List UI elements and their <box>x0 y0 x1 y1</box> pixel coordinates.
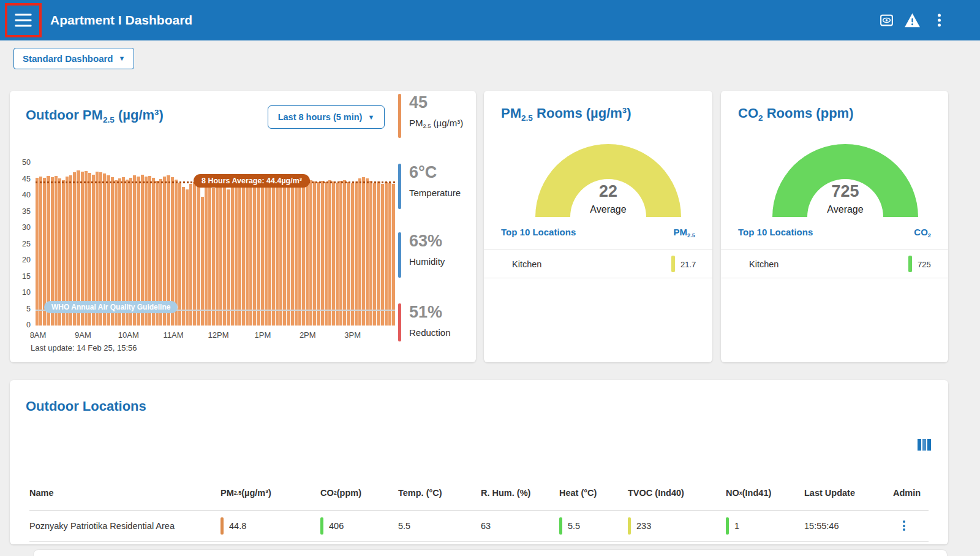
text-segment: (µg/m³) <box>241 488 271 498</box>
metric-label: PM2.5 <box>674 227 695 238</box>
text-segment: (µg/m³) <box>431 118 463 128</box>
table-cell: 15:55:46 <box>804 521 893 531</box>
room-name: Kitchen <box>749 259 778 269</box>
chart-bar <box>317 182 320 326</box>
chart-bar <box>347 182 350 326</box>
chart-bar <box>351 183 354 326</box>
chart-bar <box>265 182 268 326</box>
cell-text: Poznyaky Patriotika Residential Area <box>29 521 175 531</box>
cell-text: 406 <box>329 521 344 531</box>
time-range-dropdown[interactable]: Last 8 hours (5 min) ▼ <box>268 105 385 129</box>
outdoor-pm-card: Outdoor PM2.5 (µg/m³) Last 8 hours (5 mi… <box>10 91 476 362</box>
gauge-hole: 22 Average <box>570 179 646 217</box>
chart-bar <box>366 178 369 326</box>
text-segment: Heat (°C) <box>559 488 597 498</box>
table-cell: Poznyaky Patriotika Residential Area <box>29 521 221 531</box>
y-tick-label: 35 <box>10 207 31 216</box>
text-segment: 2.5 <box>521 113 533 123</box>
cell-color-bar <box>320 517 323 535</box>
table-cell: 5.5 <box>559 517 628 535</box>
x-tick-label: 2PM <box>300 330 316 340</box>
preview-icon[interactable] <box>879 13 894 28</box>
locations-table-body: Poznyaky Patriotika Residential Area44.8… <box>29 510 929 542</box>
cell-text: 44.8 <box>229 521 246 531</box>
column-header: Heat (°C) <box>559 488 628 498</box>
text-segment: (ppm) <box>337 488 361 498</box>
y-tick-label: 0 <box>10 321 31 329</box>
average-badge: 8 Hours Average: 44.4µg/m³ <box>194 174 310 188</box>
stat-block: 6°CTemperature <box>398 164 461 209</box>
column-header: PM2.5 (µg/m³) <box>221 488 320 498</box>
gauge-label: Average <box>807 204 883 215</box>
chart-bar <box>257 183 260 326</box>
text-segment: NO <box>726 488 739 498</box>
chart-bar <box>373 183 376 326</box>
table-cell: 63 <box>481 521 559 531</box>
chart-bar <box>309 180 312 326</box>
chart-bar <box>385 182 388 326</box>
text-segment: Name <box>29 488 54 498</box>
co2-rooms-list: Kitchen725 <box>721 249 948 278</box>
stat-label: Humidity <box>409 256 445 267</box>
chart-bar <box>268 181 271 326</box>
pm-rooms-card: PM2.5 Rooms (µg/m³) 22 Average Top 10 Lo… <box>484 91 712 362</box>
chart-bar <box>223 183 226 326</box>
cell-text: 1 <box>734 521 739 531</box>
chart-bar <box>235 186 238 326</box>
chart-bar <box>328 180 331 326</box>
y-tick-label: 20 <box>10 256 31 264</box>
x-tick-label: 10AM <box>118 330 139 340</box>
chart-bar <box>242 185 245 326</box>
cell-text: 5.5 <box>398 521 410 531</box>
chart-bar <box>298 182 301 326</box>
stat-block: 45PM2.5 (µg/m³) <box>398 94 463 138</box>
table-cell <box>893 519 929 533</box>
column-header: R. Hum. (%) <box>481 488 559 498</box>
y-tick-label: 15 <box>10 272 31 281</box>
x-tick-label: 1PM <box>255 330 271 340</box>
stat-color-bar <box>398 303 401 341</box>
warning-icon[interactable] <box>904 13 921 28</box>
column-header: CO2 (ppm) <box>320 488 398 498</box>
stat-color-bar <box>398 232 401 278</box>
next-card-edge <box>34 550 947 556</box>
table-row: Poznyaky Patriotika Residential Area44.8… <box>29 510 929 542</box>
text-segment: Last Update <box>804 488 855 498</box>
table-cell: 1 <box>726 517 804 535</box>
row-kebab-menu-icon[interactable] <box>903 519 905 533</box>
text-segment: CO <box>320 488 334 498</box>
x-tick-label: 11AM <box>164 330 184 340</box>
who-guideline-badge: WHO Annual Air Quality Guideline <box>44 301 178 313</box>
text-segment: TVOC (Ind40) <box>628 488 684 498</box>
last-update: Last update: 14 Feb 25, 15:56 <box>31 343 137 352</box>
cell-text: 15:55:46 <box>804 521 839 531</box>
outdoor-locations-title: Outdoor Locations <box>26 398 146 414</box>
stat-label: PM2.5 (µg/m³) <box>409 118 463 129</box>
cell-color-bar <box>559 517 562 535</box>
stat-label: Temperature <box>409 188 461 198</box>
column-header: NOx(Ind41) <box>726 488 804 498</box>
annotation-highlight-box <box>5 3 42 37</box>
kebab-menu-icon[interactable] <box>938 12 941 29</box>
chart-bar <box>388 183 391 326</box>
table-cell: 5.5 <box>398 521 481 531</box>
text-segment: 2.5 <box>234 490 242 496</box>
chart-bar <box>287 181 290 326</box>
chart-bar <box>227 189 230 326</box>
chart-bar <box>369 181 372 326</box>
column-header: Admin <box>893 488 929 498</box>
hamburger-menu-icon[interactable] <box>15 14 32 27</box>
room-value: 725 <box>918 259 931 268</box>
stat-value: 63% <box>409 232 445 251</box>
pm-rooms-title: PM2.5 Rooms (µg/m³) <box>501 105 631 123</box>
column-header: TVOC (Ind40) <box>628 488 726 498</box>
chart-bar <box>336 183 339 326</box>
chart-bar <box>377 181 380 326</box>
chevron-down-icon: ▼ <box>119 55 126 62</box>
chart-bar <box>231 184 234 326</box>
dashboard-selector[interactable]: Standard Dashboard ▼ <box>13 48 134 69</box>
text-segment: Rooms (ppm) <box>763 105 854 121</box>
x-tick-label: 12PM <box>208 330 229 340</box>
gauge-value: 22 <box>570 182 646 201</box>
column-settings-icon[interactable] <box>918 439 931 451</box>
